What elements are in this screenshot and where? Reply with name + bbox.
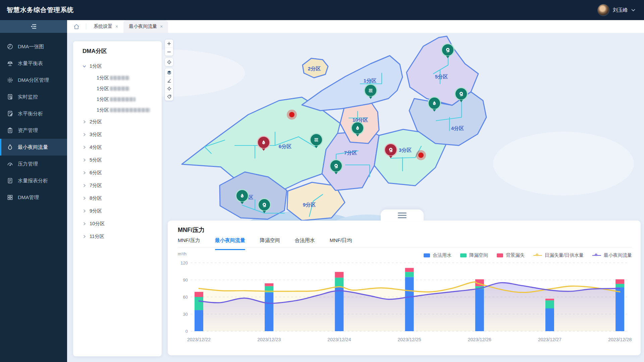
bar-segment-背景漏失[interactable] bbox=[265, 283, 273, 286]
bar-segment-合法用水[interactable] bbox=[615, 287, 624, 331]
chart-collapse-handle[interactable] bbox=[381, 209, 424, 221]
tag-button[interactable] bbox=[165, 93, 173, 101]
bar-segment-降漏空间[interactable] bbox=[195, 297, 203, 310]
tree-node-label: 4分区 bbox=[90, 144, 102, 150]
map-control-group bbox=[165, 68, 173, 101]
bar-segment-合法用水[interactable] bbox=[335, 287, 343, 331]
chevron-right-icon bbox=[83, 120, 86, 124]
tree-node-6分区[interactable]: 6分区 bbox=[83, 166, 162, 179]
bar-segment-降漏空间[interactable] bbox=[405, 272, 414, 277]
sidebar-menu: DMA一张图水量平衡表DMA分区管理实时监控水平衡分析资产管理最小夜间流量压力管… bbox=[0, 33, 67, 206]
chart-tab-2[interactable]: 最小夜间流量 bbox=[215, 237, 245, 247]
pump-marker[interactable] bbox=[258, 199, 270, 214]
tree-node-5分区[interactable]: 5分区 bbox=[83, 154, 162, 166]
tree-node-4分区[interactable]: 4分区 bbox=[83, 141, 162, 154]
zoom-in-button[interactable] bbox=[165, 40, 173, 48]
pump-marker[interactable] bbox=[330, 160, 342, 175]
bar-segment-背景漏失[interactable] bbox=[405, 268, 414, 272]
pump-marker[interactable] bbox=[442, 44, 454, 59]
locate-button[interactable] bbox=[165, 58, 173, 66]
district-label-7分区: 7分区 bbox=[344, 150, 357, 156]
layers-icon bbox=[167, 70, 172, 75]
x-axis-tick: 2023/12/23 bbox=[257, 337, 281, 342]
bar-segment-降漏空间[interactable] bbox=[335, 278, 343, 287]
tree-child-node[interactable]: 1分区 bbox=[83, 94, 162, 105]
sidebar-item-7[interactable]: 最小夜间流量 bbox=[0, 139, 67, 156]
drop-marker[interactable] bbox=[428, 98, 440, 113]
drop-marker[interactable] bbox=[236, 190, 248, 205]
tree-node-10分区[interactable]: 10分区 bbox=[83, 217, 162, 230]
sidebar-item-9[interactable]: 水量报表分析 bbox=[0, 172, 67, 189]
close-tab-icon[interactable]: × bbox=[115, 24, 118, 29]
tree-node-1分区[interactable]: 1分区 bbox=[83, 60, 162, 72]
tree-node-label: 3分区 bbox=[90, 131, 102, 138]
tree-child-node[interactable]: 1分区 bbox=[83, 83, 162, 94]
report-icon bbox=[7, 177, 13, 184]
plant-marker[interactable] bbox=[310, 134, 322, 149]
tree-node-label: 6分区 bbox=[90, 170, 102, 176]
sidebar-item-label: DMA分区管理 bbox=[18, 77, 49, 83]
chart-tab-1[interactable]: MNF/压力 bbox=[178, 237, 200, 247]
map-control-group bbox=[165, 40, 173, 56]
tree-node-3分区[interactable]: 3分区 bbox=[83, 128, 162, 141]
pump-icon bbox=[333, 163, 339, 169]
y-axis-tick: 120 bbox=[180, 260, 188, 265]
alarm-dot-marker[interactable] bbox=[416, 150, 426, 160]
bar-segment-合法用水[interactable] bbox=[405, 277, 414, 331]
bar-segment-背景漏失[interactable] bbox=[615, 279, 624, 284]
pump-icon bbox=[261, 202, 267, 208]
balance-icon bbox=[7, 60, 13, 67]
drop-marker[interactable] bbox=[352, 122, 364, 137]
bar-segment-背景漏失[interactable] bbox=[545, 299, 554, 300]
page-tabs: 系统设置×最小夜间流量× bbox=[88, 20, 168, 33]
pump-marker[interactable] bbox=[385, 144, 397, 159]
bar-segment-合法用水[interactable] bbox=[195, 310, 203, 331]
sidebar-item-10[interactable]: DMA管理 bbox=[0, 189, 67, 206]
plant-marker[interactable] bbox=[365, 85, 377, 100]
alarm-dot-marker[interactable] bbox=[287, 110, 297, 120]
sidebar-item-6[interactable]: 资产管理 bbox=[0, 122, 67, 139]
tree-node-9分区[interactable]: 9分区 bbox=[83, 204, 162, 217]
bar-segment-背景漏失[interactable] bbox=[195, 292, 203, 297]
x-axis-tick: 2023/12/25 bbox=[398, 337, 421, 342]
user-menu[interactable]: 刘玉峰 bbox=[597, 0, 635, 20]
sidebar-collapse-button[interactable] bbox=[0, 20, 67, 33]
chart-tab-5[interactable]: MNF/日均 bbox=[330, 237, 352, 247]
close-tab-icon[interactable]: × bbox=[160, 24, 163, 29]
layers-button[interactable] bbox=[165, 68, 173, 76]
redacted-text bbox=[110, 86, 129, 91]
district-label-2分区: 2分区 bbox=[308, 66, 321, 71]
drop-marker[interactable] bbox=[258, 137, 270, 152]
tree-node-7分区[interactable]: 7分区 bbox=[83, 179, 162, 192]
bar-segment-背景漏失[interactable] bbox=[335, 272, 343, 278]
sidebar-item-2[interactable]: 水量平衡表 bbox=[0, 55, 67, 72]
bar-segment-合法用水[interactable] bbox=[475, 289, 484, 331]
tree-node-11分区[interactable]: 11分区 bbox=[83, 230, 162, 243]
sidebar-item-label: 压力管理 bbox=[18, 161, 38, 167]
water-drop-icon bbox=[431, 100, 437, 106]
tree-node-8分区[interactable]: 8分区 bbox=[83, 192, 162, 204]
bar-segment-合法用水[interactable] bbox=[545, 308, 554, 331]
tree-node-2分区[interactable]: 2分区 bbox=[83, 115, 162, 128]
tree-child-node[interactable]: 1分区 bbox=[83, 105, 162, 115]
bar-segment-合法用水[interactable] bbox=[265, 292, 273, 331]
sidebar-item-1[interactable]: DMA一张图 bbox=[0, 38, 67, 55]
bar-segment-降漏空间[interactable] bbox=[615, 284, 624, 287]
target-button[interactable] bbox=[165, 84, 173, 93]
measure-button[interactable] bbox=[165, 76, 173, 84]
chart-tab-4[interactable]: 合法用水 bbox=[295, 237, 315, 247]
avatar[interactable] bbox=[597, 4, 609, 16]
sidebar-item-4[interactable]: 实时监控 bbox=[0, 88, 67, 105]
home-button[interactable] bbox=[67, 20, 86, 33]
sidebar-item-3[interactable]: DMA分区管理 bbox=[0, 72, 67, 88]
tree-child-node[interactable]: 1分区 bbox=[83, 72, 162, 83]
bar-segment-降漏空间[interactable] bbox=[545, 300, 554, 308]
pump-marker[interactable] bbox=[455, 88, 467, 103]
chart-tab-3[interactable]: 降温空间 bbox=[260, 237, 280, 247]
page-tab-2[interactable]: 最小夜间流量× bbox=[123, 20, 168, 33]
page-tab-1[interactable]: 系统设置× bbox=[88, 20, 123, 33]
analysis-icon bbox=[7, 110, 13, 117]
sidebar-item-8[interactable]: 压力管理 bbox=[0, 156, 67, 172]
zoom-out-button[interactable] bbox=[165, 48, 173, 56]
sidebar-item-5[interactable]: 水平衡分析 bbox=[0, 105, 67, 122]
